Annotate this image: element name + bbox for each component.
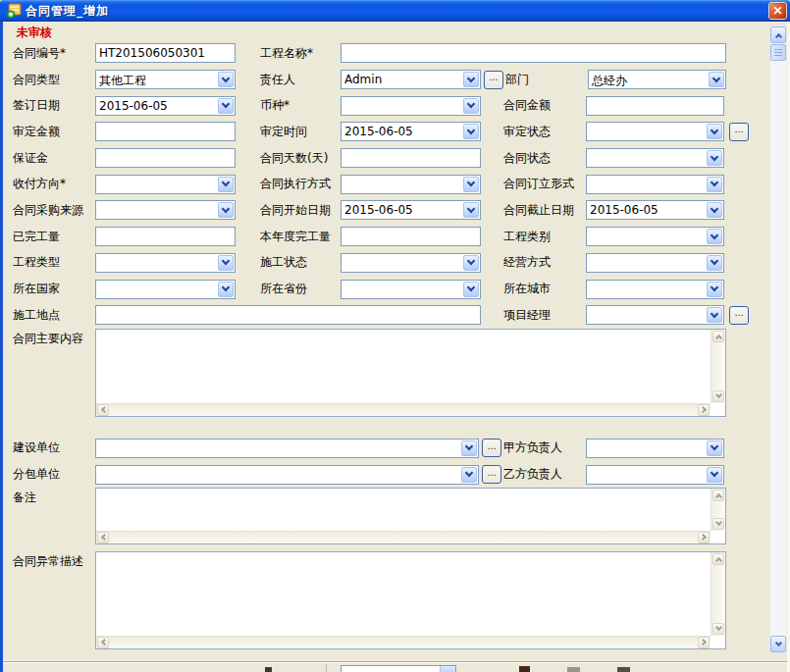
responsible-person-select[interactable]: Admin [341, 70, 481, 89]
dropdown-arrow-icon[interactable] [218, 98, 234, 114]
party-b-manager-select[interactable] [586, 465, 724, 485]
approval-status-select[interactable] [586, 122, 724, 141]
dropdown-arrow-icon[interactable] [463, 72, 479, 87]
scroll-right-button[interactable] [698, 532, 710, 543]
dropdown-arrow-icon[interactable] [707, 177, 722, 192]
form-row: 保证金合同天数(天)合同状态 [3, 145, 790, 172]
dropdown-arrow-icon[interactable] [707, 307, 722, 323]
operation-mode-select[interactable] [586, 253, 724, 273]
scroll-up-icon[interactable] [770, 26, 786, 43]
vertical-scrollbar[interactable] [711, 489, 725, 531]
dropdown-arrow-icon[interactable] [707, 150, 722, 166]
province-select[interactable] [341, 280, 481, 299]
dropdown-arrow-icon[interactable] [707, 202, 722, 218]
project-name-input[interactable] [341, 43, 726, 63]
form-row: 分包单位...乙方负责人 [3, 461, 790, 488]
construction-status-select[interactable] [341, 253, 481, 273]
contract-status-select[interactable] [586, 148, 724, 168]
scroll-down-button[interactable] [712, 623, 724, 635]
scroll-down-icon[interactable] [770, 636, 786, 652]
approval-time-select[interactable]: 2015-06-05 [341, 122, 481, 141]
contract-main-content-textarea[interactable] [95, 329, 726, 417]
down-arrow-icon [467, 74, 475, 81]
scrollbar-thumb[interactable] [770, 44, 786, 61]
scroll-right-button[interactable] [698, 404, 710, 416]
remarks-textarea[interactable] [95, 488, 726, 544]
horizontal-scrollbar[interactable] [96, 531, 711, 543]
project-manager-browse-button[interactable]: ... [729, 306, 749, 325]
department-select[interactable]: 总经办 [588, 70, 726, 89]
dropdown-arrow-icon[interactable] [218, 202, 234, 218]
project-category-select[interactable] [586, 227, 724, 246]
subcontract-unit-browse-button[interactable]: ... [482, 465, 501, 484]
dropdown-arrow-icon[interactable] [707, 467, 722, 483]
scroll-up-button[interactable] [712, 331, 724, 342]
dropdown-arrow-icon[interactable] [463, 124, 479, 139]
dropdown-arrow-icon[interactable] [218, 282, 234, 297]
scroll-left-button[interactable] [97, 532, 109, 543]
construction-site-input[interactable] [95, 305, 481, 325]
dropdown-arrow-icon[interactable] [707, 255, 722, 271]
responsible-person-browse-button[interactable]: ... [484, 71, 503, 89]
scroll-left-button[interactable] [97, 404, 109, 416]
scroll-down-button[interactable] [712, 518, 724, 530]
contract-amount-input[interactable] [586, 96, 724, 116]
contract-type-select[interactable]: 其他工程 [95, 70, 236, 89]
formation-form-select[interactable] [586, 175, 724, 194]
horizontal-scrollbar[interactable] [96, 636, 711, 648]
dropdown-arrow-icon[interactable] [218, 177, 234, 192]
procurement-source-select[interactable] [95, 200, 236, 220]
construction-unit-select[interactable] [95, 439, 479, 458]
scroll-left-button[interactable] [97, 637, 109, 648]
dropdown-arrow-icon[interactable] [463, 255, 479, 271]
execution-method-select[interactable] [341, 175, 481, 194]
dropdown-arrow-icon[interactable] [707, 440, 722, 456]
contract-exception-desc-textarea[interactable] [95, 551, 726, 649]
country-select[interactable] [95, 280, 236, 299]
scroll-down-button[interactable] [712, 390, 724, 402]
dropdown-arrow-icon[interactable] [463, 177, 479, 192]
subcontract-unit-select[interactable] [95, 465, 479, 485]
start-date-select[interactable]: 2015-06-05 [341, 200, 481, 220]
scroll-up-button[interactable] [712, 553, 724, 565]
construction-unit-browse-button[interactable]: ... [482, 439, 501, 457]
approved-amount-input[interactable] [95, 122, 236, 141]
contract-days-input[interactable] [341, 148, 481, 168]
currency-select[interactable] [341, 96, 481, 116]
project-manager-select[interactable] [586, 305, 724, 325]
dropdown-arrow-icon[interactable] [461, 467, 477, 483]
payment-direction-select[interactable] [95, 175, 236, 194]
approval-status-browse-button[interactable]: ... [729, 123, 749, 141]
dropdown-arrow-icon[interactable] [707, 229, 722, 244]
project-type-select[interactable] [95, 253, 236, 273]
close-button[interactable]: ✕ [768, 2, 787, 20]
horizontal-scrollbar[interactable] [96, 403, 711, 416]
city-select[interactable] [586, 280, 724, 299]
dropdown-arrow-icon[interactable] [707, 282, 722, 297]
scroll-right-button[interactable] [698, 637, 710, 648]
dropdown-arrow-icon[interactable] [463, 202, 479, 218]
completed-quantity-input[interactable] [95, 227, 236, 246]
window-vertical-scrollbar[interactable] [769, 26, 787, 653]
dropdown-arrow-icon[interactable] [709, 72, 724, 87]
sign-date-select[interactable]: 2015-06-05 [95, 96, 236, 116]
dropdown-arrow-icon[interactable] [218, 72, 234, 87]
year-completed-quantity-input[interactable] [341, 227, 481, 246]
party-a-manager-select[interactable] [586, 439, 724, 458]
approved-amount-field: 审定金额 [13, 122, 236, 141]
dropdown-arrow-icon[interactable] [461, 440, 477, 456]
end-date-select[interactable]: 2015-06-05 [586, 200, 724, 220]
dropdown-arrow-icon[interactable] [218, 255, 234, 271]
vertical-scrollbar[interactable] [711, 330, 725, 403]
payment-direction-field: 收付方向* [13, 175, 236, 194]
deposit-input[interactable] [95, 148, 236, 168]
contract-status-label: 合同状态 [503, 150, 586, 167]
vertical-scrollbar[interactable] [711, 552, 725, 636]
scroll-up-button[interactable] [712, 490, 724, 501]
contract-no-input[interactable] [95, 43, 236, 63]
dropdown-arrow-icon[interactable] [463, 282, 479, 297]
construction-status-label: 施工状态 [260, 254, 341, 271]
dropdown-arrow-icon[interactable] [707, 124, 722, 139]
down-arrow-icon [222, 257, 230, 265]
dropdown-arrow-icon[interactable] [463, 98, 479, 114]
